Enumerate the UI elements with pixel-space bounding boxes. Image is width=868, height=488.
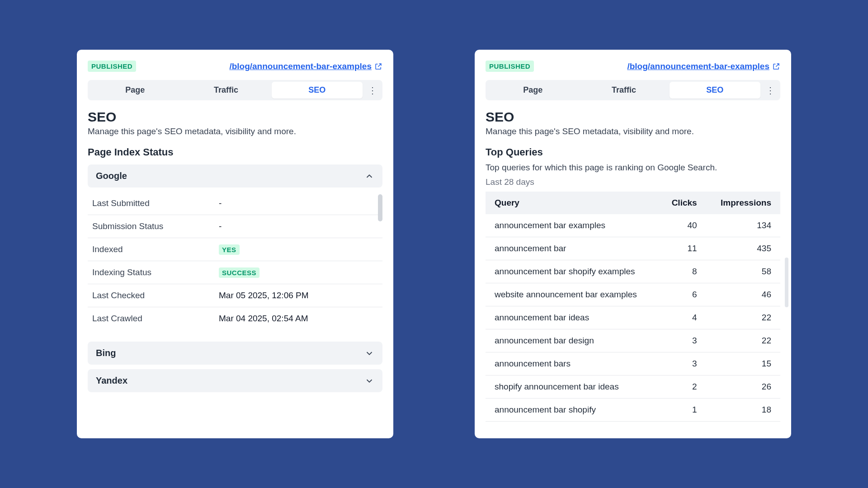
- cell-clicks: 6: [659, 283, 706, 306]
- indexed-badge: YES: [219, 244, 240, 255]
- table-row: announcement bar11435: [486, 237, 780, 260]
- queries-subtitle: Top queries for which this page is ranki…: [486, 163, 780, 173]
- cell-clicks: 1: [659, 399, 706, 422]
- page-url-link[interactable]: /blog/announcement-bar-examples: [627, 61, 780, 71]
- col-query: Query: [486, 192, 659, 214]
- external-link-icon: [374, 62, 382, 70]
- cell-clicks: 40: [659, 214, 706, 237]
- accordion-label: Yandex: [96, 375, 127, 386]
- cell-clicks: 2: [659, 375, 706, 399]
- accordion-yandex[interactable]: Yandex: [88, 369, 382, 392]
- seo-card-index-status: PUBLISHED /blog/announcement-bar-example…: [77, 50, 393, 438]
- cell-impressions: 22: [706, 306, 780, 329]
- tab-page[interactable]: Page: [487, 82, 578, 99]
- table-row: announcement bar shopify118: [486, 399, 780, 422]
- accordion-label: Bing: [96, 348, 116, 358]
- detail-row: Last Submitted -: [88, 192, 382, 215]
- cell-impressions: 18: [706, 399, 780, 422]
- seo-card-top-queries: PUBLISHED /blog/announcement-bar-example…: [475, 50, 791, 438]
- cell-clicks: 11: [659, 237, 706, 260]
- card-header: PUBLISHED /blog/announcement-bar-example…: [88, 61, 382, 72]
- cell-clicks: 4: [659, 306, 706, 329]
- cell-impressions: 46: [706, 283, 780, 306]
- chevron-up-icon: [364, 171, 374, 181]
- cell-query: announcement bar ideas: [486, 306, 659, 329]
- external-link-icon: [772, 62, 780, 70]
- indexing-status-badge: SUCCESS: [219, 267, 259, 278]
- tab-traffic[interactable]: Traffic: [180, 82, 271, 99]
- table-row: website announcement bar examples646: [486, 283, 780, 306]
- cell-query: announcement bar design: [486, 329, 659, 352]
- detail-value: SUCCESS: [219, 267, 259, 277]
- detail-label: Indexed: [92, 244, 219, 254]
- queries-table: Query Clicks Impressions announcement ba…: [486, 192, 780, 422]
- tab-bar: Page Traffic SEO ⋮: [486, 80, 780, 100]
- status-badge: PUBLISHED: [88, 61, 136, 72]
- detail-value: -: [219, 221, 222, 231]
- page-url-text: /blog/announcement-bar-examples: [627, 61, 769, 71]
- cell-query: announcement bar shopify examples: [486, 260, 659, 283]
- accordion-label: Google: [96, 171, 127, 181]
- accordion-bing[interactable]: Bing: [88, 342, 382, 365]
- cell-clicks: 3: [659, 352, 706, 375]
- scrollbar-thumb[interactable]: [785, 258, 788, 307]
- detail-label: Last Checked: [92, 291, 219, 300]
- index-status-title: Page Index Status: [88, 146, 382, 158]
- more-vertical-icon: ⋮: [368, 85, 377, 96]
- status-badge: PUBLISHED: [486, 61, 534, 72]
- cell-query: website announcement bar examples: [486, 283, 659, 306]
- col-clicks: Clicks: [659, 192, 706, 214]
- page-url-text: /blog/announcement-bar-examples: [229, 61, 372, 71]
- cell-query: announcement bar: [486, 237, 659, 260]
- chevron-down-icon: [364, 376, 374, 386]
- scrollbar-thumb[interactable]: [378, 194, 382, 221]
- table-row: announcement bar shopify examples858: [486, 260, 780, 283]
- more-menu-button[interactable]: ⋮: [364, 82, 381, 99]
- cell-query: shopify announcement bar ideas: [486, 375, 659, 399]
- cell-impressions: 58: [706, 260, 780, 283]
- detail-value: YES: [219, 244, 240, 254]
- period-label: Last 28 days: [486, 177, 780, 187]
- chevron-down-icon: [364, 348, 374, 358]
- cell-impressions: 26: [706, 375, 780, 399]
- detail-label: Last Submitted: [92, 198, 219, 208]
- tab-bar: Page Traffic SEO ⋮: [88, 80, 382, 100]
- cell-impressions: 134: [706, 214, 780, 237]
- cell-impressions: 15: [706, 352, 780, 375]
- table-row: announcement bars315: [486, 352, 780, 375]
- detail-value: Mar 04 2025, 02:54 AM: [219, 314, 308, 324]
- detail-value: -: [219, 198, 222, 208]
- detail-label: Last Crawled: [92, 314, 219, 324]
- cell-impressions: 22: [706, 329, 780, 352]
- section-subtitle: Manage this page's SEO metadata, visibil…: [88, 127, 382, 136]
- table-row: announcement bar design322: [486, 329, 780, 352]
- cell-clicks: 3: [659, 329, 706, 352]
- cell-query: announcement bars: [486, 352, 659, 375]
- google-details: Last Submitted - Submission Status - Ind…: [88, 192, 382, 330]
- tab-seo[interactable]: SEO: [670, 82, 760, 99]
- table-header-row: Query Clicks Impressions: [486, 192, 780, 214]
- detail-row: Submission Status -: [88, 215, 382, 238]
- cell-query: announcement bar shopify: [486, 399, 659, 422]
- detail-row: Indexing Status SUCCESS: [88, 261, 382, 284]
- accordion-google[interactable]: Google: [88, 164, 382, 188]
- section-title: SEO: [486, 109, 780, 125]
- detail-row: Last Crawled Mar 04 2025, 02:54 AM: [88, 307, 382, 330]
- cell-query: announcement bar examples: [486, 214, 659, 237]
- section-title: SEO: [88, 109, 382, 125]
- card-header: PUBLISHED /blog/announcement-bar-example…: [486, 61, 780, 72]
- cell-clicks: 8: [659, 260, 706, 283]
- tab-seo[interactable]: SEO: [272, 82, 363, 99]
- page-url-link[interactable]: /blog/announcement-bar-examples: [229, 61, 382, 71]
- tab-traffic[interactable]: Traffic: [578, 82, 669, 99]
- detail-row: Indexed YES: [88, 238, 382, 261]
- detail-value: Mar 05 2025, 12:06 PM: [219, 291, 309, 300]
- more-menu-button[interactable]: ⋮: [762, 82, 778, 99]
- more-vertical-icon: ⋮: [766, 85, 775, 96]
- tab-page[interactable]: Page: [90, 82, 180, 99]
- cell-impressions: 435: [706, 237, 780, 260]
- col-impressions: Impressions: [706, 192, 780, 214]
- detail-label: Indexing Status: [92, 267, 219, 277]
- table-row: announcement bar ideas422: [486, 306, 780, 329]
- table-row: announcement bar examples40134: [486, 214, 780, 237]
